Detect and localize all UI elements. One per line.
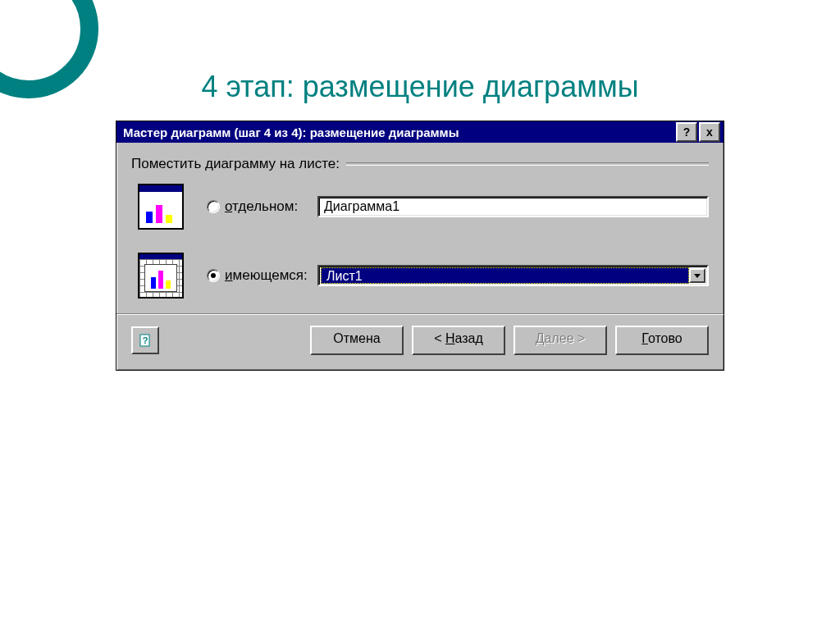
- radio-existing[interactable]: имеющемся:: [207, 267, 317, 284]
- separate-sheet-icon: [138, 184, 184, 230]
- title-bar-text: Мастер диаграмм (шаг 4 из 4): размещение…: [120, 125, 674, 139]
- help-titlebar-button[interactable]: ?: [676, 122, 697, 142]
- title-bar: Мастер диаграмм (шаг 4 из 4): размещение…: [116, 121, 724, 143]
- option-separate-row: отдельном: Диаграмма1: [138, 184, 709, 230]
- option-existing-row: имеющемся: Лист1: [138, 253, 709, 299]
- existing-sheet-combo[interactable]: Лист1: [317, 265, 709, 286]
- back-button[interactable]: < Назад: [412, 326, 505, 355]
- cancel-button[interactable]: Отмена: [310, 326, 404, 355]
- separate-name-input[interactable]: Диаграмма1: [317, 196, 709, 217]
- dialog-body: Поместить диаграмму на листе: отдельном:…: [116, 143, 724, 299]
- divider: [346, 162, 709, 166]
- close-button[interactable]: x: [699, 122, 720, 142]
- slide-title: 4 этап: размещение диаграммы: [0, 70, 840, 104]
- button-row: ? Отмена < Назад Далее > Готово: [116, 313, 724, 370]
- help-button[interactable]: ?: [131, 326, 159, 354]
- group-header: Поместить диаграмму на листе:: [131, 156, 709, 172]
- group-label: Поместить диаграмму на листе:: [131, 156, 340, 172]
- radio-existing-indicator: [207, 269, 220, 282]
- radio-separate[interactable]: отдельном:: [207, 198, 317, 215]
- combo-selected: Лист1: [321, 267, 689, 284]
- existing-sheet-icon: [138, 253, 184, 299]
- radio-separate-label: отдельном:: [225, 198, 298, 215]
- help-icon: ?: [138, 333, 153, 348]
- wizard-dialog: Мастер диаграмм (шаг 4 из 4): размещение…: [116, 121, 724, 371]
- radio-separate-indicator: [207, 200, 220, 213]
- finish-button[interactable]: Готово: [615, 326, 709, 355]
- radio-existing-label: имеющемся:: [225, 267, 308, 284]
- svg-text:?: ?: [143, 335, 148, 345]
- chevron-down-icon[interactable]: [689, 268, 705, 283]
- next-button: Далее >: [514, 326, 607, 355]
- slide-ornament: [0, 0, 98, 98]
